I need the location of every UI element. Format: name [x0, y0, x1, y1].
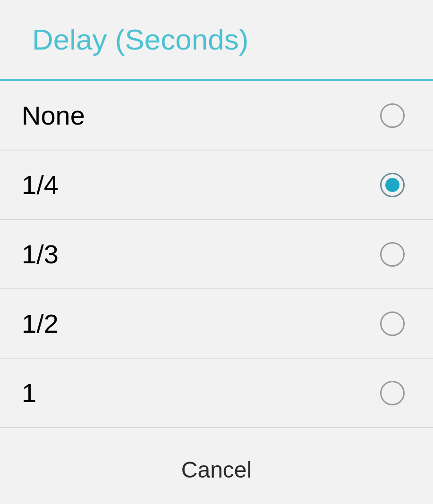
- option-quarter[interactable]: 1/4: [0, 151, 433, 220]
- radio-icon: [380, 173, 405, 197]
- option-label: 1: [22, 378, 36, 408]
- option-label: 1/4: [22, 169, 59, 200]
- radio-icon: [380, 381, 405, 405]
- dialog-header: Delay (Seconds): [0, 0, 433, 81]
- option-label: 1/3: [22, 239, 59, 269]
- option-one[interactable]: 1: [0, 359, 433, 428]
- radio-icon: [380, 242, 405, 267]
- dialog-title: Delay (Seconds): [32, 23, 433, 56]
- option-list: None 1/4 1/3 1/2 1: [0, 81, 433, 436]
- option-label: None: [22, 100, 85, 131]
- dialog-footer[interactable]: Cancel: [0, 436, 433, 504]
- radio-icon: [380, 103, 405, 128]
- option-half[interactable]: 1/2: [0, 289, 433, 359]
- radio-icon: [380, 311, 405, 336]
- cancel-button[interactable]: Cancel: [181, 457, 252, 483]
- delay-dialog: Delay (Seconds) None 1/4 1/3 1/2 1 Cance…: [0, 0, 433, 504]
- option-third[interactable]: 1/3: [0, 220, 433, 289]
- option-none[interactable]: None: [0, 81, 433, 151]
- option-label: 1/2: [22, 308, 59, 339]
